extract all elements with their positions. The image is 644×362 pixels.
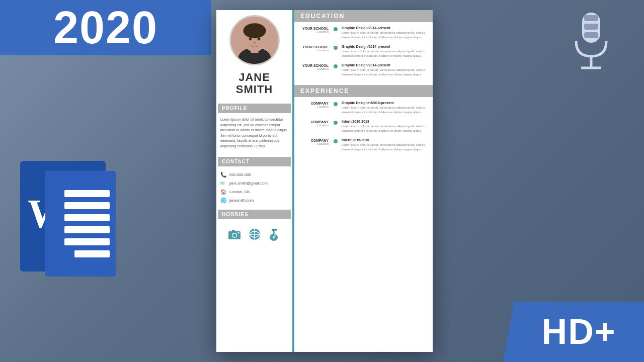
year-label: 2020 (53, 2, 158, 54)
word-line (74, 250, 110, 257)
word-logo: W (20, 161, 131, 292)
edu-detail: Graphic Design/2014-present Lorem ipsum … (342, 26, 429, 40)
education-item: YOUR SCHOOL Location Graphic Design/2014… (294, 26, 433, 45)
svg-point-17 (232, 234, 236, 237)
phone-icon: 📞 (220, 172, 226, 177)
svg-rect-1 (584, 15, 598, 21)
timeline-dot (334, 139, 338, 143)
mic-area (569, 10, 614, 77)
timeline-dot (334, 102, 338, 106)
experience-header: EXPERIENCE (294, 85, 433, 97)
hobbies-section-header: HOBBIES (218, 210, 291, 219)
timeline-dot-col (333, 26, 339, 40)
svg-rect-3 (584, 32, 598, 38)
svg-point-13 (257, 37, 260, 41)
experience-item: COMPANY Location Intern/2016-2018 Lorem … (294, 120, 433, 138)
hd-label: HD+ (542, 312, 616, 352)
contact-location: 🏠 London, GB (216, 188, 292, 196)
timeline-dot (334, 121, 338, 125)
svg-point-26 (273, 236, 275, 238)
hd-badge: HD+ (503, 302, 644, 362)
timeline-dot (334, 46, 338, 50)
timeline-dot-col (333, 120, 339, 133)
school-info: YOUR SCHOOL Location (298, 26, 333, 40)
resume-main-content: EDUCATION YOUR SCHOOL Location Graphic D… (294, 10, 433, 352)
guitar-icon (268, 227, 282, 241)
experience-section: EXPERIENCE COMPANY Location Graphic Desi… (294, 85, 433, 157)
edu-detail: Graphic Design/2014-present Lorem ipsum … (342, 63, 429, 77)
resume-document: JANE SMITH PROFILE Lorem ipsum dolor sit… (216, 10, 433, 352)
location-icon: 🏠 (220, 189, 226, 195)
contact-website: 🌐 janesmith.com (216, 196, 292, 205)
exp-detail: Intern/2015-2016 Lorem ipsum dolor sit a… (342, 138, 429, 152)
web-icon: 🌐 (220, 198, 226, 203)
svg-point-11 (245, 24, 264, 33)
timeline-dot (334, 27, 338, 31)
company-info: COMPANY Location (298, 120, 333, 133)
education-section: EDUCATION YOUR SCHOOL Location Graphic D… (294, 10, 433, 82)
resume-sidebar: JANE SMITH PROFILE Lorem ipsum dolor sit… (216, 10, 294, 352)
word-page-front (45, 171, 116, 277)
contact-section-header: CONTACT (218, 157, 291, 166)
contact-email: ✉ jane.smith@gmail.com (216, 179, 292, 188)
company-info: COMPANY Location (298, 101, 333, 115)
timeline-dot-col (333, 138, 339, 152)
profile-text: Lorem ipsum dolor sit amet, consectetur … (216, 117, 292, 149)
svg-point-12 (249, 37, 252, 41)
svg-rect-2 (584, 24, 598, 30)
hobbies-icons (223, 223, 286, 245)
word-icon: W (20, 161, 131, 292)
school-info: YOUR SCHOOL Location (298, 45, 333, 58)
microphone-icon (569, 10, 614, 75)
education-item: YOUR SCHOOL Location Graphic Design/2014… (294, 45, 433, 63)
resume-name: JANE SMITH (236, 71, 273, 96)
camera-icon (227, 227, 242, 241)
word-line (64, 214, 110, 221)
school-info: YOUR SCHOOL Location (298, 63, 333, 77)
contact-phone: 📞 000-000-000 (216, 170, 292, 179)
experience-item: COMPANY Location Graphic Designer/2018-p… (294, 101, 433, 120)
timeline-dot-col (333, 63, 339, 77)
timeline-dot-col (333, 101, 339, 115)
profile-photo-svg (231, 17, 278, 64)
svg-point-14 (254, 41, 256, 44)
profile-photo (229, 15, 280, 65)
exp-detail: Intern/2016-2018 Lorem ipsum dolor sit a… (342, 120, 429, 133)
svg-point-19 (237, 232, 239, 234)
experience-item: COMPANY Location Intern/2015-2016 Lorem … (294, 138, 433, 157)
exp-detail: Graphic Designer/2018-present Lorem ipsu… (342, 101, 429, 115)
year-banner: 2020 (0, 0, 211, 55)
education-header: EDUCATION (294, 10, 433, 22)
basketball-icon (248, 227, 262, 241)
company-info: COMPANY Location (298, 138, 333, 152)
timeline-dot-col (333, 45, 339, 58)
word-line (64, 238, 110, 245)
timeline-dot (334, 64, 338, 68)
email-icon: ✉ (220, 180, 226, 186)
word-line (64, 202, 110, 209)
edu-detail: Graphic Design/2014-present Lorem ipsum … (342, 45, 429, 58)
education-item: YOUR SCHOOL Location Graphic Design/2014… (294, 63, 433, 82)
word-line (64, 226, 110, 233)
profile-section-header: PROFILE (218, 104, 291, 113)
word-line (64, 190, 110, 197)
svg-rect-18 (232, 230, 235, 232)
